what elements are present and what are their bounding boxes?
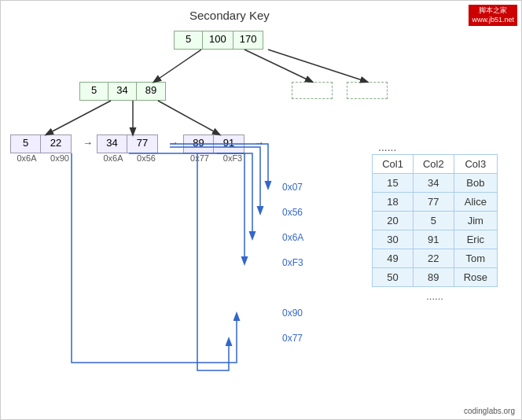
cell-2-2: Jim <box>454 212 497 230</box>
col-header-0: Col1 <box>373 155 414 174</box>
leaf-0-ptr-1: 0x90 <box>43 153 76 163</box>
table-row: 30 91 Eric <box>373 230 498 249</box>
cell-5-1: 89 <box>413 268 454 287</box>
leaf-1-cell-1: 77 <box>127 135 157 153</box>
col-header-2: Col3 <box>454 155 497 174</box>
leaf-0-cell-0: 5 <box>11 135 41 153</box>
cell-3-0: 30 <box>373 230 414 249</box>
svg-line-3 <box>46 101 111 134</box>
cell-5-2: Rose <box>454 268 497 287</box>
ptr-0x77: 0x77 <box>282 333 303 344</box>
cell-4-0: 49 <box>373 249 414 268</box>
leaf-node-0: 5 22 <box>10 134 72 153</box>
dashed-node-1 <box>292 82 333 99</box>
ptr-0x6A: 0x6A <box>282 232 303 243</box>
cell-4-1: 22 <box>413 249 454 268</box>
leaf-2-arrow: → <box>254 137 264 149</box>
table-row: 49 22 Tom <box>373 249 498 268</box>
dashed-node-2 <box>347 82 388 99</box>
mid-cell-0: 5 <box>80 83 108 100</box>
watermark: 脚本之家 www.jb51.net <box>469 5 517 26</box>
cell-1-1: 77 <box>413 193 454 212</box>
svg-line-1 <box>244 50 312 82</box>
cell-2-1: 5 <box>413 212 454 230</box>
ellipsis-main: ...... <box>378 141 396 153</box>
table-dots-row: ...... <box>373 287 498 306</box>
col-header-1: Col2 <box>413 155 454 174</box>
root-cell-2: 170 <box>233 31 263 49</box>
leaf-1-ptr-0: 0x6A <box>97 153 130 163</box>
mid-cell-1: 34 <box>108 83 137 100</box>
ptr-0x90: 0x90 <box>282 308 303 319</box>
cell-5-0: 50 <box>373 268 414 287</box>
ptr-0x07: 0x07 <box>282 182 303 193</box>
leaf-2-cell-0: 89 <box>184 135 214 153</box>
mid-cell-2: 89 <box>137 83 165 100</box>
cell-3-2: Eric <box>454 230 497 249</box>
leaf-0-arrow: → <box>83 137 93 149</box>
leaf-1-ptr-1: 0x56 <box>130 153 163 163</box>
svg-line-2 <box>268 50 367 82</box>
table-ellipsis: ...... <box>373 287 498 306</box>
cell-2-0: 20 <box>373 212 414 230</box>
table-row: 20 5 Jim <box>373 212 498 230</box>
cell-0-1: 34 <box>413 174 454 193</box>
cell-3-1: 91 <box>413 230 454 249</box>
footer: codinglabs.org <box>464 407 515 415</box>
root-cell-1: 100 <box>203 31 233 49</box>
leaf-0-ptr-0: 0x6A <box>10 153 43 163</box>
page-title: Secondary Key <box>189 9 270 22</box>
cell-0-2: Bob <box>454 174 497 193</box>
table-row: 15 34 Bob <box>373 174 498 193</box>
svg-line-0 <box>154 50 201 82</box>
ptr-0xF3: 0xF3 <box>282 257 303 268</box>
cell-0-0: 15 <box>373 174 414 193</box>
cell-4-2: Tom <box>454 249 497 268</box>
root-cell-0: 5 <box>175 31 203 49</box>
ptr-0x56: 0x56 <box>282 207 303 218</box>
leaf-2-ptr-0: 0x77 <box>183 153 216 163</box>
leaf-0-cell-1: 22 <box>41 135 71 153</box>
leaf-2-cell-1: 91 <box>214 135 244 153</box>
page-container: Secondary Key 脚本之家 www.jb51.net 5 100 17… <box>0 0 522 420</box>
leaf-node-2: 89 91 <box>183 134 244 153</box>
data-table: Col1 Col2 Col3 15 34 Bob 18 77 Alice 20 … <box>372 154 498 305</box>
cell-1-2: Alice <box>454 193 497 212</box>
table-row: 50 89 Rose <box>373 268 498 287</box>
leaf-2-ptr-1: 0xF3 <box>216 153 249 163</box>
root-node: 5 100 170 <box>174 31 263 50</box>
table-row: 18 77 Alice <box>373 193 498 212</box>
cell-1-0: 18 <box>373 193 414 212</box>
leaf-1-cell-0: 34 <box>97 135 127 153</box>
svg-line-5 <box>158 101 219 134</box>
leaf-1-arrow: → <box>168 137 178 149</box>
mid-node: 5 34 89 <box>79 82 166 101</box>
leaf-node-1: 34 77 <box>97 134 158 153</box>
